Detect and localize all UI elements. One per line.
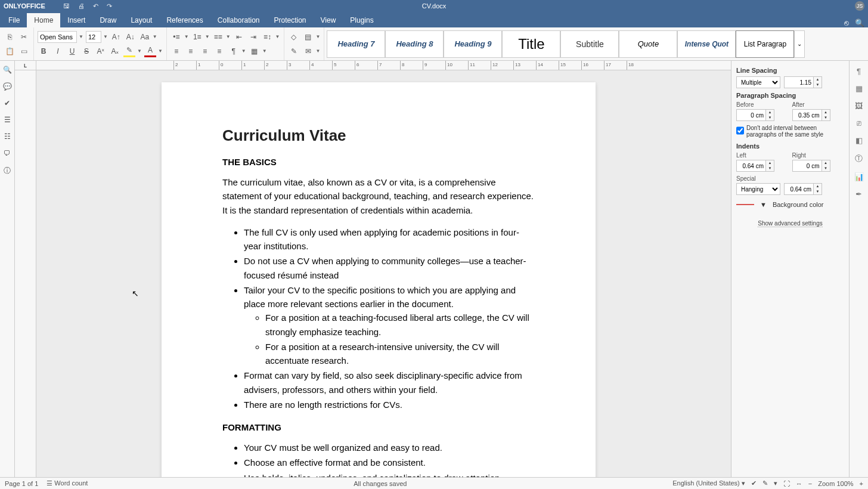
chart-settings-icon[interactable]: 📊 — [854, 172, 864, 181]
track-changes-dropdown-icon[interactable]: ▾ — [774, 479, 777, 487]
track-changes-icon[interactable]: ✎ — [762, 479, 768, 487]
chevron-down-icon[interactable]: ▼ — [241, 48, 246, 54]
shading-button[interactable]: ▤ — [302, 31, 314, 43]
chevron-down-icon[interactable]: ▼ — [153, 34, 157, 39]
language-button[interactable]: English (United States) ▾ — [672, 479, 745, 487]
bold-button[interactable]: B — [38, 45, 49, 57]
document-page[interactable]: Curriculum Vitae THE BASICS The curricul… — [162, 82, 596, 477]
chevron-down-icon[interactable]: ▼ — [226, 34, 231, 39]
zoom-in-button[interactable]: + — [860, 480, 863, 487]
spacing-after-input[interactable]: ▲▼ — [792, 109, 833, 121]
special-indent-input[interactable]: ▲▼ — [784, 183, 824, 195]
feedback-icon[interactable]: 🗩 — [4, 149, 11, 157]
chevron-down-icon[interactable]: ▼ — [158, 48, 163, 54]
fit-width-icon[interactable]: ↔ — [796, 480, 802, 487]
highlight-button[interactable]: ✎ — [123, 45, 135, 57]
chevron-down-icon[interactable]: ▼ — [137, 48, 142, 54]
style-subtitle[interactable]: Subtitle — [560, 30, 619, 58]
cut-icon[interactable]: ✂ — [18, 31, 30, 43]
redo-icon[interactable]: ↷ — [107, 2, 112, 10]
font-size-input[interactable] — [86, 31, 101, 43]
no-interval-checkbox[interactable]: Don't add interval between paragraphs of… — [736, 125, 844, 138]
multilevel-list-button[interactable]: ≡≡ — [212, 31, 224, 43]
image-settings-icon[interactable]: 🖼 — [855, 101, 863, 110]
chevron-down-icon[interactable]: ▼ — [205, 34, 210, 39]
chevron-down-icon[interactable]: ▼ — [103, 34, 108, 39]
line-spacing-mode-select[interactable]: Multiple — [736, 76, 780, 88]
save-icon[interactable]: 🖫 — [63, 2, 70, 10]
style-h8[interactable]: Heading 8 — [385, 30, 444, 58]
align-justify-button[interactable]: ≡ — [213, 45, 225, 57]
style-h9[interactable]: Heading 9 — [444, 30, 502, 58]
fit-page-icon[interactable]: ⛶ — [783, 480, 790, 487]
font-color-button[interactable]: A — [144, 45, 156, 57]
open-location-icon[interactable]: ⎋ — [844, 18, 849, 27]
shape-settings-icon[interactable]: ◧ — [855, 136, 863, 145]
nav-icon[interactable]: ☷ — [4, 132, 11, 141]
tab-references[interactable]: References — [159, 13, 210, 27]
line-spacing-value-input[interactable]: ▲▼ — [784, 76, 824, 88]
chevron-down-icon[interactable]: ▼ — [79, 34, 83, 39]
print-icon[interactable]: 🖨 — [78, 2, 85, 10]
spellcheck-icon[interactable]: ✔ — [4, 99, 10, 107]
chevron-down-icon[interactable]: ▼ — [275, 34, 280, 39]
tab-file[interactable]: File — [1, 13, 27, 27]
tab-insert[interactable]: Insert — [60, 13, 92, 27]
shading-button[interactable]: ▦ — [249, 45, 261, 57]
signature-settings-icon[interactable]: ✒ — [855, 190, 862, 199]
copy-style-button[interactable]: ✎ — [288, 45, 300, 57]
italic-button[interactable]: I — [52, 45, 64, 57]
mailmerge-button[interactable]: ✉ — [302, 45, 314, 57]
chevron-down-icon[interactable]: ▼ — [316, 34, 321, 39]
user-avatar[interactable]: JS — [855, 1, 864, 11]
undo-icon[interactable]: ↶ — [93, 2, 98, 10]
spacing-before-input[interactable]: ▲▼ — [736, 109, 777, 121]
style-quote[interactable]: Quote — [619, 30, 677, 58]
style-listpara[interactable]: List Paragrap — [736, 30, 794, 58]
canvas[interactable]: Curriculum Vitae THE BASICS The curricul… — [36, 70, 731, 477]
document-scroll[interactable]: Curriculum Vitae THE BASICS The curricul… — [15, 70, 731, 477]
paragraph-settings-icon[interactable]: ¶ — [857, 67, 861, 76]
select-all-icon[interactable]: ▭ — [18, 45, 30, 57]
comments-icon[interactable]: 💬 — [3, 82, 12, 91]
border-color-swatch[interactable] — [736, 204, 754, 205]
subscript-button[interactable]: Aₓ — [109, 45, 121, 57]
style-intense[interactable]: Intense Quot — [677, 30, 736, 58]
page-indicator[interactable]: Page 1 of 1 — [5, 480, 38, 487]
font-name-input[interactable] — [38, 31, 77, 43]
textart-settings-icon[interactable]: Ⓣ — [855, 153, 863, 164]
chevron-down-icon[interactable]: ▼ — [184, 34, 189, 39]
numbered-list-button[interactable]: 1≡ — [191, 31, 203, 43]
align-center-button[interactable]: ≡ — [185, 45, 197, 57]
indent-left-input[interactable]: ▲▼ — [736, 160, 777, 172]
search-icon[interactable]: 🔍 — [855, 18, 864, 27]
ruler-corner[interactable]: L — [15, 61, 36, 70]
chevron-down-icon[interactable]: ▼ — [760, 201, 767, 208]
underline-button[interactable]: U — [66, 45, 78, 57]
align-right-button[interactable]: ≡ — [199, 45, 211, 57]
align-left-button[interactable]: ≡ — [170, 45, 182, 57]
change-case-icon[interactable]: Aa — [139, 31, 151, 43]
tab-layout[interactable]: Layout — [123, 13, 159, 27]
show-advanced-settings-link[interactable]: Show advanced settings — [758, 220, 822, 227]
tab-protection[interactable]: Protection — [267, 13, 314, 27]
about-icon[interactable]: ⓘ — [4, 166, 11, 176]
paste-icon[interactable]: 📋 — [4, 45, 16, 57]
tab-collaboration[interactable]: Collaboration — [210, 13, 267, 27]
table-settings-icon[interactable]: ▦ — [855, 84, 863, 93]
zoom-out-button[interactable]: − — [808, 480, 812, 487]
tab-view[interactable]: View — [314, 13, 343, 27]
increase-indent-button[interactable]: ⇥ — [247, 31, 259, 43]
nonprinting-button[interactable]: ¶ — [228, 45, 240, 57]
header-footer-icon[interactable]: ⎚ — [857, 119, 861, 128]
line-spacing-button[interactable]: ≡↕ — [262, 31, 274, 43]
vertical-ruler[interactable] — [15, 70, 36, 477]
find-icon[interactable]: 🔍 — [3, 66, 12, 74]
chevron-down-icon[interactable]: ▼ — [316, 48, 321, 54]
decrease-indent-button[interactable]: ⇤ — [233, 31, 245, 43]
clear-style-button[interactable]: ◇ — [288, 31, 300, 43]
decrease-font-icon[interactable]: A↓ — [125, 31, 137, 43]
strikethrough-button[interactable]: S — [80, 45, 92, 57]
bullet-list-button[interactable]: •≡ — [170, 31, 182, 43]
copy-icon[interactable]: ⎘ — [4, 31, 16, 43]
